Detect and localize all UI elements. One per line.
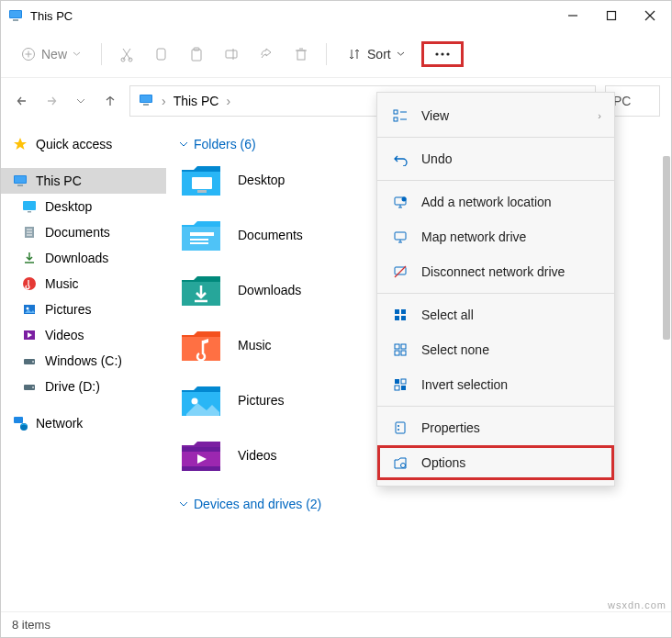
sidebar-item-label: This PC [36,173,82,188]
music-icon [21,275,38,292]
vertical-scrollbar[interactable] [663,156,670,340]
sidebar-item-label: Quick access [36,137,112,151]
menu-label: Add a network location [421,195,552,209]
more-menu: View › Undo Add a network location Map n… [376,92,615,487]
drive-icon [21,378,38,395]
svg-point-22 [446,52,449,55]
menu-select-all[interactable]: Select all [377,297,614,332]
menu-separator [377,137,614,138]
documents-icon [21,224,38,241]
svg-point-43 [32,386,34,388]
sidebar-item-drive-d[interactable]: Drive (D:) [1,374,166,399]
svg-rect-61 [394,110,398,114]
search-hint: PC [613,94,631,108]
up-button[interactable] [100,91,120,111]
menu-options[interactable]: Options [377,445,614,480]
menu-label: Options [421,455,465,470]
svg-rect-13 [192,50,201,61]
svg-rect-80 [395,351,399,355]
menu-invert-selection[interactable]: Invert selection [377,367,614,402]
new-button[interactable]: New [12,41,90,67]
watermark: wsxdn.com [608,599,666,610]
chevron-right-icon: › [162,94,166,108]
devices-group-header[interactable]: Devices and drives (2) [179,491,671,520]
menu-properties[interactable]: Properties [377,410,614,445]
toolbar-divider [326,43,327,65]
sidebar-item-documents[interactable]: Documents [1,219,166,245]
svg-line-73 [395,266,406,277]
chevron-down-icon [73,50,81,58]
sidebar-item-videos[interactable]: Videos [1,322,166,348]
svg-rect-51 [190,239,208,241]
sidebar-this-pc[interactable]: This PC [1,168,166,194]
sidebar-item-pictures[interactable]: Pictures [1,297,166,322]
sidebar-item-label: Desktop [45,199,92,214]
svg-point-57 [192,398,198,405]
select-none-icon [392,341,409,358]
cut-icon [118,46,135,62]
paste-button[interactable] [183,40,210,68]
delete-button[interactable] [287,40,315,68]
more-button[interactable] [421,41,464,67]
svg-rect-29 [23,201,36,210]
sidebar-item-label: Windows (C:) [45,353,122,368]
desktop-icon [21,198,38,215]
close-button[interactable] [644,9,656,22]
svg-rect-24 [140,95,151,102]
sidebar-item-desktop[interactable]: Desktop [1,194,166,219]
group-label: Folders (6) [194,137,256,151]
maximize-button[interactable] [605,9,618,22]
svg-point-21 [441,52,443,55]
svg-rect-55 [182,337,220,361]
svg-rect-15 [226,50,237,58]
pictures-icon [21,301,38,318]
menu-disconnect-network-drive[interactable]: Disconnect network drive [377,254,614,289]
desktop-folder-icon [179,161,223,199]
svg-rect-59 [182,447,220,452]
svg-rect-78 [395,344,399,349]
sidebar-item-music[interactable]: Music [1,271,166,297]
share-icon [258,46,274,62]
sidebar-item-label: Documents [45,225,110,240]
select-all-icon [392,307,409,323]
menu-undo[interactable]: Undo [377,141,614,176]
share-button[interactable] [252,40,280,68]
recent-dropdown[interactable] [71,91,91,111]
forward-button[interactable] [41,91,62,111]
network-icon [12,415,28,431]
menu-map-network-drive[interactable]: Map network drive [377,219,614,254]
sort-button[interactable]: Sort [338,41,414,67]
svg-rect-44 [14,417,23,423]
svg-rect-28 [17,185,23,186]
invert-selection-icon [392,376,409,393]
minimize-button[interactable] [566,9,579,22]
menu-separator [377,406,614,407]
sidebar-item-windows-c[interactable]: Windows (C:) [1,348,166,374]
svg-rect-79 [401,344,406,349]
chevron-down-icon [179,140,188,149]
videos-icon [21,327,38,343]
sort-label: Sort [367,47,391,62]
item-count: 8 items [12,618,50,632]
menu-label: Invert selection [421,377,508,392]
rename-button[interactable] [218,40,245,68]
new-label: New [41,47,67,62]
this-pc-icon [8,8,23,23]
svg-rect-25 [143,104,149,106]
sidebar-quick-access[interactable]: Quick access [1,131,166,157]
pictures-folder-icon [179,381,223,420]
paste-icon [188,46,205,62]
copy-button[interactable] [148,40,175,68]
cut-button[interactable] [113,40,140,68]
menu-select-none[interactable]: Select none [377,332,614,367]
properties-icon [392,420,409,436]
menu-add-network-location[interactable]: Add a network location [377,185,614,219]
sidebar-item-downloads[interactable]: Downloads [1,245,166,271]
svg-point-20 [435,52,438,55]
svg-point-38 [27,308,29,310]
menu-label: Select none [421,342,489,357]
menu-view[interactable]: View › [377,98,614,133]
sidebar-network[interactable]: Network [1,410,166,436]
svg-rect-85 [401,386,406,390]
back-button[interactable] [12,91,32,111]
